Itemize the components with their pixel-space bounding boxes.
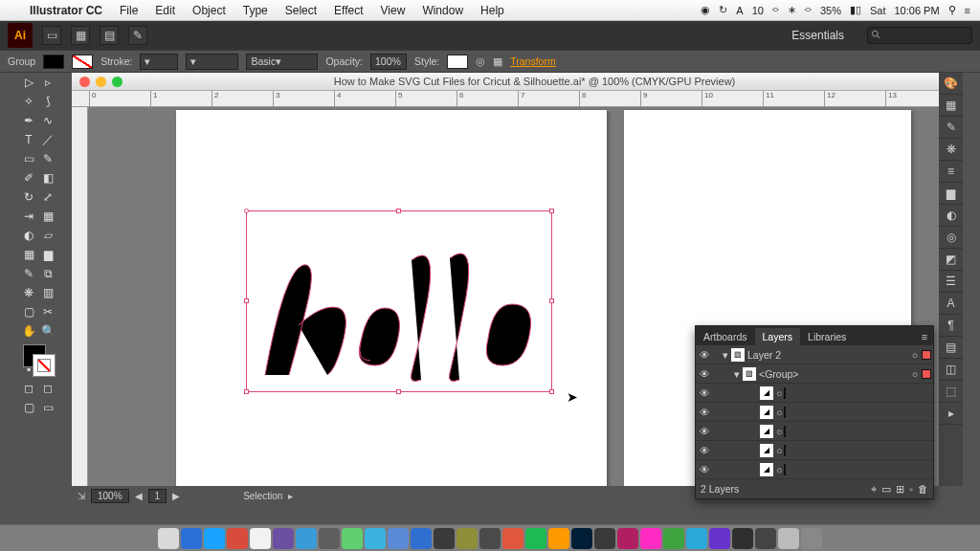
new-layer-icon[interactable]: ▫ <box>909 483 913 496</box>
path-row[interactable]: 👁◢○ <box>696 441 933 460</box>
menu-file[interactable]: File <box>111 4 146 17</box>
minimize-window[interactable] <box>96 77 106 87</box>
dock-app[interactable] <box>732 528 753 549</box>
pathfinder-panel-icon[interactable]: ◫ <box>939 359 963 381</box>
transform-panel-icon[interactable]: ⬚ <box>939 381 963 403</box>
ruler-horizontal[interactable]: 012345678910111213 <box>72 91 939 107</box>
dock-app[interactable] <box>778 528 799 549</box>
rectangle-tool[interactable]: ▭ <box>19 149 38 168</box>
visibility-icon[interactable]: 👁 <box>696 349 713 361</box>
gradient-panel-icon[interactable]: ▆ <box>939 183 963 205</box>
lasso-tool[interactable]: ⟆ <box>38 92 57 111</box>
artboard-next[interactable]: ▶ <box>172 491 180 501</box>
status-time[interactable]: 10:06 PM <box>894 5 939 16</box>
layers-panel[interactable]: Artboards Layers Libraries ≡ 👁 ▾▨Layer 2… <box>695 325 934 499</box>
actions-panel-icon[interactable]: ▸ <box>939 403 963 425</box>
path-row[interactable]: 👁◢○ <box>696 460 933 479</box>
search-input[interactable] <box>867 27 972 44</box>
menu-type[interactable]: Type <box>234 4 277 17</box>
status-arrow[interactable]: ▸ <box>288 491 293 501</box>
eyedropper-tool[interactable]: ✎ <box>19 264 38 283</box>
expand-icon[interactable]: ⇲ <box>78 491 85 501</box>
fill-swatch[interactable] <box>43 55 64 69</box>
brush-icon[interactable]: ✎ <box>128 26 147 45</box>
path-row[interactable]: 👁◢○ <box>696 422 933 441</box>
transparency-panel-icon[interactable]: ◐ <box>939 205 963 227</box>
eraser-tool[interactable]: ◧ <box>38 168 57 187</box>
stock-button[interactable]: ▤ <box>100 26 119 45</box>
visibility-icon[interactable]: 👁 <box>696 464 713 475</box>
slice-tool[interactable]: ✂ <box>38 302 57 321</box>
scale-tool[interactable]: ⤢ <box>38 187 57 207</box>
menu-help[interactable]: Help <box>472 4 513 17</box>
align-icon[interactable]: ▦ <box>493 55 502 67</box>
line-tool[interactable]: ／ <box>38 130 57 149</box>
perspective-tool[interactable]: ▱ <box>38 226 57 245</box>
dock-app[interactable] <box>755 528 776 549</box>
ruler-vertical[interactable] <box>72 107 88 486</box>
stroke-weight[interactable]: ▾ <box>140 54 178 70</box>
magic-wand-tool[interactable]: ✧ <box>19 92 38 111</box>
brushes-panel-icon[interactable]: ✎ <box>939 117 963 139</box>
zoom-level[interactable]: 100% <box>91 489 129 503</box>
stroke-swatch[interactable] <box>72 55 93 69</box>
dock-app[interactable] <box>250 528 271 549</box>
menu-effect[interactable]: Effect <box>325 4 371 17</box>
dock-app[interactable] <box>181 528 202 549</box>
visibility-icon[interactable]: 👁 <box>696 445 713 456</box>
status-battery[interactable]: 35% <box>820 5 841 16</box>
paintbrush-tool[interactable]: ✎ <box>38 149 57 168</box>
menu-select[interactable]: Select <box>277 4 325 17</box>
stroke-panel-icon[interactable]: ≡ <box>939 161 963 183</box>
mesh-tool[interactable]: ▦ <box>19 245 38 264</box>
zoom-window[interactable] <box>112 77 122 87</box>
visibility-icon[interactable]: 👁 <box>696 387 713 399</box>
zoom-tool[interactable]: 🔍 <box>38 321 57 341</box>
menu-view[interactable]: View <box>372 4 414 17</box>
graphic-styles-icon[interactable]: ◩ <box>939 249 963 271</box>
tab-artboards[interactable]: Artboards <box>696 328 755 345</box>
dock-app[interactable] <box>342 528 363 549</box>
selection-bounds[interactable] <box>246 210 552 392</box>
align-panel-icon[interactable]: ▤ <box>939 337 963 359</box>
selection-tool[interactable]: ▷ <box>19 73 38 92</box>
artboard-number[interactable]: 1 <box>148 489 167 503</box>
tab-layers[interactable]: Layers <box>755 328 801 345</box>
dock-app[interactable] <box>686 528 707 549</box>
transform-link[interactable]: Transform <box>510 55 555 67</box>
spotlight-icon[interactable]: ⚲ <box>948 4 956 16</box>
dock-app[interactable] <box>227 528 248 549</box>
opacity-input[interactable]: 100% <box>370 54 407 70</box>
blend-tool[interactable]: ⧉ <box>38 264 57 283</box>
dock-app[interactable] <box>273 528 294 549</box>
symbols-panel-icon[interactable]: ❋ <box>939 139 963 161</box>
tab-libraries[interactable]: Libraries <box>800 328 854 345</box>
style-swatch[interactable] <box>447 55 468 69</box>
symbol-tool[interactable]: ❋ <box>19 283 38 302</box>
change-screen[interactable]: ▭ <box>38 398 57 417</box>
dock-app[interactable] <box>479 528 501 549</box>
path-row[interactable]: 👁◢○ <box>696 403 933 422</box>
hand-tool[interactable]: ✋ <box>19 321 38 341</box>
curvature-tool[interactable]: ∿ <box>38 111 57 130</box>
dock-app[interactable] <box>617 528 638 549</box>
direct-selection-tool[interactable]: ▹ <box>38 73 57 92</box>
delete-layer-icon[interactable]: 🗑 <box>918 483 928 496</box>
dock-app[interactable] <box>319 528 340 549</box>
layer-row[interactable]: 👁 ▾▨Layer 2 ○ <box>696 345 933 364</box>
screen-mode[interactable]: ▢ <box>19 398 38 417</box>
dock-app[interactable] <box>158 528 179 549</box>
graph-tool[interactable]: ▥ <box>38 283 57 302</box>
layers-panel-icon[interactable]: ☰ <box>939 271 963 293</box>
dock-app[interactable] <box>709 528 730 549</box>
appearance-panel-icon[interactable]: ◎ <box>939 227 963 249</box>
character-panel-icon[interactable]: A <box>939 293 963 315</box>
profile-dd[interactable]: Basic ▾ <box>246 54 318 70</box>
dock-app[interactable] <box>365 528 386 549</box>
dock-app[interactable] <box>411 528 432 549</box>
panel-menu-icon[interactable]: ≡ <box>916 328 933 345</box>
status-bluetooth-icon[interactable]: ∗ <box>788 4 796 16</box>
dock-app[interactable] <box>640 528 661 549</box>
brush-dd[interactable]: ▾ <box>186 54 238 70</box>
status-wifi-icon[interactable]: ⌔ <box>805 5 812 16</box>
